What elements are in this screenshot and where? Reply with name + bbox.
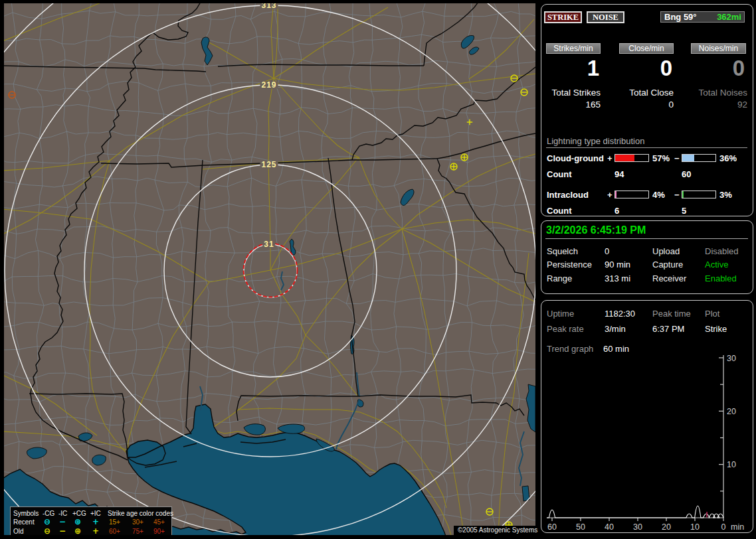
trend-graph-chart: 1020306050403020100min — [541, 301, 750, 530]
svg-text:30: 30 — [727, 354, 736, 363]
plus-sign: + — [607, 153, 613, 163]
range-label: Range — [547, 273, 572, 283]
squelch-label: Squelch — [547, 246, 578, 256]
strike-+CG — [450, 163, 457, 170]
total-strikes-value: 165 — [541, 100, 601, 110]
persistence-label: Persistence — [547, 260, 592, 270]
receiver-status: Enabled — [705, 273, 737, 283]
range-ring-label-125: 125 — [260, 161, 278, 169]
ic-neg-pct: 3% — [719, 190, 732, 200]
strike-stats-panel: STRIKE NOISE Bng 59° 362mi Strikes/min C… — [541, 4, 753, 216]
trend-axes — [547, 355, 723, 521]
cg-pos-bar — [614, 154, 649, 162]
ic-pos-count: 6 — [614, 206, 619, 216]
svg-text:10: 10 — [690, 522, 700, 530]
noises-per-min-value: 0 — [687, 56, 745, 81]
noise-indicator-button[interactable]: NOISE — [587, 11, 624, 23]
capture-status: Active — [705, 260, 728, 270]
cg-pos-bar-fill — [615, 155, 634, 161]
minus-ic-old-icon: − — [59, 527, 66, 535]
ic-neg-count: 5 — [682, 206, 686, 216]
svg-text:40: 40 — [605, 522, 614, 530]
cg-neg-bar-fill — [682, 155, 694, 161]
legend-age-60: 60+ — [109, 527, 120, 535]
cg-neg-bar — [682, 154, 716, 162]
minus-ic-recent-icon: − — [59, 518, 66, 526]
total-close-label: Total Close — [614, 88, 674, 98]
legend-header-age-title: Strike age color codes — [108, 509, 173, 518]
legend-row-recent-label: Recent — [13, 518, 35, 527]
squelch-value: 0 — [605, 246, 609, 256]
copyright-text: ©2005 Astrogenic Systems — [458, 526, 537, 534]
ic-pos-pct: 4% — [652, 190, 665, 200]
distribution-divider — [546, 147, 747, 148]
minus-sign: − — [674, 153, 680, 163]
total-strikes-label: Total Strikes — [541, 88, 601, 98]
plus-ic-recent-icon: + — [92, 518, 99, 526]
persistence-value: 90 min — [605, 260, 630, 270]
cg-count-label: Count — [547, 169, 572, 179]
cloud-ground-count-row: Count 94 60 — [541, 169, 753, 178]
bearing-label: Bng 59° — [664, 12, 697, 22]
range-value: 313 mi — [605, 273, 630, 283]
intracloud-count-row: Count 6 5 — [541, 206, 753, 214]
bearing-display: Bng 59° 362mi — [660, 11, 745, 23]
cg-neg-count: 60 — [682, 169, 691, 179]
legend-age-30: 30+ — [132, 518, 143, 527]
plus-cg-old-icon: ⊕ — [74, 527, 81, 535]
close-per-min-value: 0 — [614, 56, 672, 81]
total-close-value: 0 — [614, 100, 674, 110]
upload-label: Upload — [652, 246, 680, 256]
strikes-per-min-value: 1 — [541, 56, 599, 81]
cg-pos-count: 94 — [614, 169, 624, 179]
minus-sign-2: − — [674, 190, 680, 200]
trend-labels: 1020306050403020100min — [547, 354, 744, 530]
svg-text:0: 0 — [721, 522, 726, 530]
svg-text:20: 20 — [727, 407, 736, 416]
legend-header-symbols: Symbols — [13, 509, 39, 518]
capture-label: Capture — [652, 260, 683, 270]
datetime-display: 3/2/2026 6:45:19 PM — [546, 224, 646, 236]
status-row-squelch: Squelch 0 Upload Disabled — [541, 246, 753, 256]
map-legend: Symbols -CG -IC +CG +IC Strike age color… — [10, 506, 172, 535]
datetime-divider — [545, 238, 748, 239]
intracloud-label: Intracloud — [547, 190, 589, 200]
receiver-label: Receiver — [652, 273, 686, 283]
svg-text:20: 20 — [662, 522, 671, 530]
ic-pos-bar-fill — [615, 191, 616, 198]
plus-cg-recent-icon: ⊕ — [74, 518, 81, 526]
distribution-title: Lightning type distribution — [547, 136, 644, 146]
strike-+CG — [461, 154, 468, 161]
ic-count-label: Count — [547, 206, 572, 216]
range-ring-label-219: 219 — [260, 82, 278, 89]
minus-cg-recent-icon: ⊖ — [44, 518, 50, 526]
noises-per-min-badge: Noises/min — [691, 43, 746, 54]
strike-indicator-button[interactable]: STRIKE — [544, 11, 582, 23]
ic-pos-bar — [614, 191, 649, 198]
legend-age-75: 75+ — [132, 527, 143, 535]
bearing-range: 362mi — [717, 12, 741, 22]
app-window: 31125219313 Symbols -CG -IC +CG +IC Stri… — [0, 0, 756, 539]
close-per-min-badge: Close/min — [619, 43, 674, 54]
range-ring-label-31: 31 — [262, 241, 275, 248]
total-noises-value: 92 — [688, 100, 747, 110]
upload-status: Disabled — [705, 246, 739, 256]
legend-row-old-label: Old — [13, 527, 24, 535]
map-view[interactable]: 31125219313 Symbols -CG -IC +CG +IC Stri… — [4, 3, 535, 535]
cloud-ground-label: Cloud-ground — [547, 153, 604, 163]
cloud-ground-row: Cloud-ground + 57% − 36% — [541, 153, 753, 162]
status-row-range: Range 313 mi Receiver Enabled — [541, 273, 753, 283]
legend-age-90: 90+ — [153, 527, 165, 535]
trend-series-strikes — [547, 506, 723, 518]
uptime-trend-panel: Uptime 1182:30 Peak time Plot Peak rate … — [541, 300, 753, 533]
strikes-per-min-badge: Strikes/min — [546, 43, 601, 54]
plus-sign-2: + — [607, 190, 613, 200]
cg-neg-pct: 36% — [719, 153, 737, 163]
plus-ic-old-icon: + — [92, 527, 99, 535]
total-noises-label: Total Noises — [688, 88, 747, 98]
ic-neg-bar-fill — [682, 191, 684, 198]
status-row-persistence: Persistence 90 min Capture Active — [541, 260, 753, 269]
minus-cg-old-icon: ⊖ — [44, 527, 50, 535]
svg-text:60: 60 — [547, 522, 557, 530]
status-panel: 3/2/2026 6:45:19 PM Squelch 0 Upload Dis… — [541, 220, 753, 294]
